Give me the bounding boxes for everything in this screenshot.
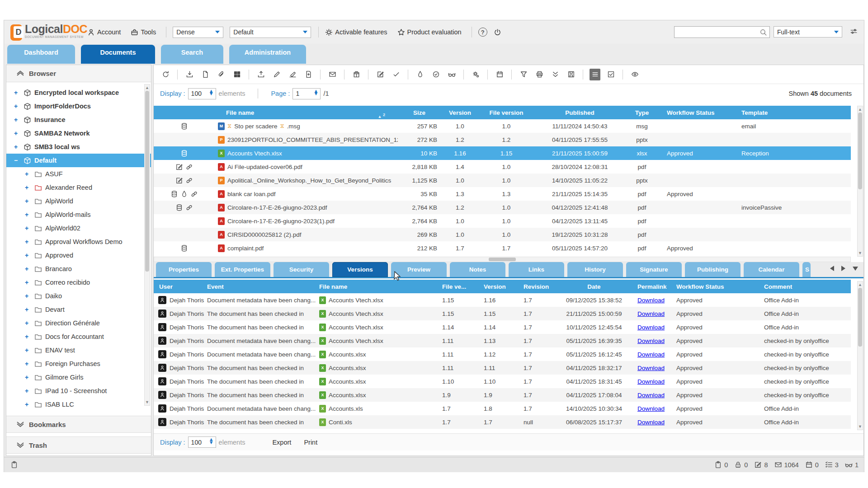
sidebar-item-folder[interactable]: +Brancaro (6, 262, 151, 276)
tab-ext-properties[interactable]: Ext. Properties (215, 262, 270, 277)
status-checked-out[interactable]: 8 (754, 461, 768, 469)
expand-icon[interactable]: + (24, 184, 30, 191)
expand-icon[interactable]: + (24, 225, 30, 232)
account-menu[interactable]: Account (87, 28, 121, 36)
archive-button[interactable] (351, 69, 362, 80)
status-messages[interactable]: 1064 (774, 461, 799, 469)
sidebar-item-folder[interactable]: +Daiko (6, 289, 151, 303)
download-link[interactable]: Download (637, 351, 665, 358)
list-view-button[interactable] (590, 69, 600, 80)
new-document-button[interactable] (303, 69, 314, 80)
product-evaluation-button[interactable]: Product evaluation (397, 28, 462, 36)
tab-history[interactable]: History (567, 262, 623, 277)
preview-toggle-button[interactable] (629, 69, 640, 80)
tab-scroll-left-icon[interactable] (830, 266, 834, 271)
version-row[interactable]: Dejah Thoris The document has been check… (154, 375, 851, 388)
edit-button[interactable] (271, 69, 282, 80)
sidebar-item-workspace[interactable]: +SMB3 local ws (6, 140, 151, 154)
download-link[interactable]: Download (637, 338, 665, 344)
download-button[interactable] (184, 69, 195, 80)
export-pdf-button[interactable] (200, 69, 211, 80)
download-link[interactable]: Download (637, 297, 665, 304)
reading-request-button[interactable] (446, 69, 457, 80)
table-row[interactable]: Acomplaint.pdf 212 KB1.71.705/11/2025 14… (154, 241, 851, 255)
expand-all-button[interactable] (550, 69, 561, 80)
documents-scrollbar[interactable]: ▲ ▼ (857, 106, 863, 257)
sidebar-item-folder[interactable]: +ISAB LLC (6, 398, 151, 411)
filter-button[interactable] (518, 69, 529, 80)
bookmarks-section-header[interactable]: Bookmarks (6, 416, 151, 433)
expand-icon[interactable]: + (13, 143, 19, 150)
sidebar-item-workspace[interactable]: +Encrypted local workspace (6, 86, 151, 99)
download-link[interactable]: Download (637, 419, 665, 426)
sidebar-item-folder[interactable]: +Devart (6, 303, 151, 316)
download-link[interactable]: Download (637, 324, 665, 331)
expand-icon[interactable]: + (13, 116, 19, 123)
tab-publishing[interactable]: Publishing (685, 262, 741, 277)
table-row[interactable]: ACIRSID0000025812 (2).pdf 269 KB1.01.019… (154, 228, 851, 241)
sidebar-item-folder[interactable]: +Docs for Accountant (6, 330, 151, 343)
sidebar-item-folder[interactable]: +Direction Générale (6, 316, 151, 330)
expand-icon[interactable]: + (24, 360, 30, 367)
tab-administration[interactable]: Administration (229, 45, 306, 64)
expand-icon[interactable]: + (24, 319, 30, 327)
print-button[interactable] (534, 69, 545, 80)
documents-grid-header[interactable]: File name▲ 2 Size Version File version P… (154, 106, 851, 119)
sidebar-item-workspace[interactable]: +ImportFolderDocs (6, 99, 151, 113)
sidebar-item-folder[interactable]: +AlpiWorld (6, 194, 151, 208)
expand-icon[interactable]: + (24, 387, 30, 394)
tab-search[interactable]: Search (161, 45, 223, 64)
expand-icon[interactable]: + (24, 211, 30, 218)
browser-section-header[interactable]: Browser (6, 65, 151, 82)
sidebar-item-folder[interactable]: +ENAV test (6, 343, 151, 357)
expand-icon[interactable]: + (24, 265, 30, 272)
checkout-button[interactable] (375, 69, 386, 80)
tab-notes[interactable]: Notes (450, 262, 505, 277)
table-row[interactable]: ACircolare-n-17-E-26-giugno-2023.pdf 2,7… (154, 201, 851, 214)
download-link[interactable]: Download (637, 405, 665, 412)
drop-spot-button[interactable] (415, 69, 425, 80)
tab-signature[interactable]: Signature (626, 262, 682, 277)
tab-links[interactable]: Links (509, 262, 564, 277)
version-row[interactable]: Dejah Thoris Document metadata have been… (154, 347, 851, 361)
sidebar-item-folder[interactable]: +AlpiWorld-mails (6, 208, 151, 221)
logout-button[interactable] (494, 28, 501, 36)
version-row[interactable]: Dejah Thoris Document metadata have been… (154, 293, 851, 307)
tab-security[interactable]: Security (274, 262, 329, 277)
expand-icon[interactable]: + (13, 103, 19, 110)
workflow-button[interactable] (470, 69, 481, 80)
version-row[interactable]: Dejah Thoris The document has been check… (154, 361, 851, 375)
checkin-button[interactable] (391, 69, 401, 80)
sidebar-item-folder[interactable]: +Foreign Purchases (6, 357, 151, 371)
version-row[interactable]: Dejah Thoris Document metadata have been… (154, 334, 851, 347)
version-row[interactable]: Dejah Thoris The document has been check… (154, 307, 851, 320)
expand-icon[interactable]: + (24, 347, 30, 354)
expand-icon[interactable]: + (13, 89, 19, 96)
clipboard-icon[interactable] (10, 461, 18, 469)
expand-icon[interactable]: + (24, 170, 30, 178)
expand-icon[interactable]: + (13, 130, 19, 137)
expand-icon[interactable]: + (24, 333, 30, 340)
calendar-button[interactable] (494, 69, 505, 80)
status-clipboard[interactable]: 0 (714, 461, 728, 469)
tree-scrollbar[interactable]: ▲ ▼ (144, 84, 150, 406)
sidebar-item-folder[interactable]: +Correo recibido (6, 276, 151, 289)
upload-button[interactable] (255, 69, 266, 80)
sidebar-item-folder[interactable]: +AlpiWorld02 (6, 221, 151, 235)
tab-versions[interactable]: Versions (332, 262, 388, 277)
sidebar-item-workspace[interactable]: +SAMBA2 Network (6, 127, 151, 140)
sidebar-item-workspace[interactable]: +Insurance (6, 113, 151, 127)
gallery-view-button[interactable] (605, 69, 616, 80)
download-link[interactable]: Download (637, 310, 665, 317)
help-button[interactable]: ? (478, 28, 487, 37)
expand-icon[interactable]: + (24, 252, 30, 259)
version-row[interactable]: Dejah Thoris Document metadata have been… (154, 402, 851, 415)
tab-subscriptions[interactable]: S (802, 262, 811, 277)
search-options-icon[interactable] (850, 28, 858, 35)
download-link[interactable]: Download (637, 365, 665, 371)
sidebar-item-folder[interactable]: +ASUF (6, 167, 151, 181)
sidebar-item-folder[interactable]: +IPad 10 - Screenshot (6, 384, 151, 398)
expand-icon[interactable]: + (24, 279, 30, 286)
email-button[interactable] (327, 69, 338, 80)
sidebar-item-folder[interactable]: +Approved (6, 249, 151, 262)
